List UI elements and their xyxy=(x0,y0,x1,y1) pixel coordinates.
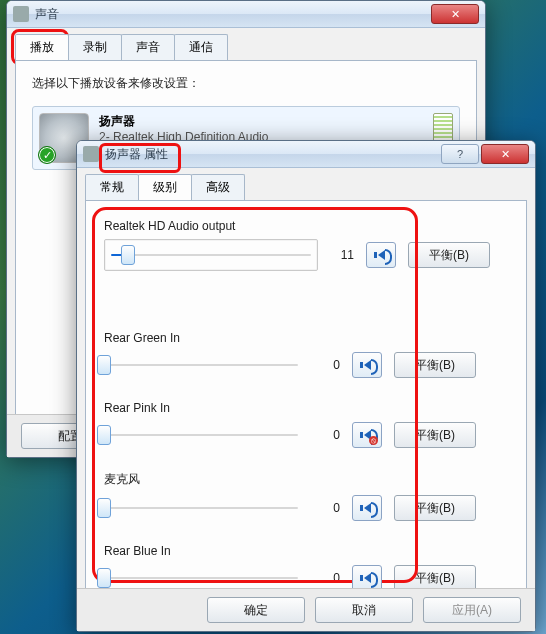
props-help-button[interactable]: ? xyxy=(441,144,479,164)
slider-thumb[interactable] xyxy=(97,568,111,588)
speaker-icon xyxy=(364,573,371,583)
slider-track xyxy=(110,577,298,579)
tab-playback[interactable]: 播放 xyxy=(15,34,69,60)
sound-instruction: 选择以下播放设备来修改设置： xyxy=(32,75,460,92)
cancel-button[interactable]: 取消 xyxy=(315,597,413,623)
channel-row: 0平衡(B) xyxy=(104,494,508,522)
tab-sounds[interactable]: 声音 xyxy=(121,34,175,60)
mute-button[interactable] xyxy=(366,242,396,268)
apply-button[interactable]: 应用(A) xyxy=(423,597,521,623)
sound-title: 声音 xyxy=(35,6,429,23)
speaker-properties-window: 扬声器 属性 ? ✕ 常规 级别 高级 Realtek HD Audio out… xyxy=(76,140,536,632)
props-button-bar: 确定 取消 应用(A) xyxy=(77,588,535,631)
slider-track xyxy=(110,434,298,436)
props-title: 扬声器 属性 xyxy=(105,146,439,163)
channel-label: Rear Pink In xyxy=(104,401,508,415)
tab-levels[interactable]: 级别 xyxy=(138,174,192,200)
speaker-icon xyxy=(378,250,385,260)
speaker-app-icon xyxy=(83,146,99,162)
slider-track xyxy=(110,364,298,366)
channel-row: 0平衡(B) xyxy=(104,351,508,379)
balance-button[interactable]: 平衡(B) xyxy=(394,495,476,521)
channel-0: Realtek HD Audio output11平衡(B) xyxy=(104,219,508,271)
props-titlebar[interactable]: 扬声器 属性 ? ✕ xyxy=(77,141,535,168)
slider-thumb[interactable] xyxy=(121,245,135,265)
volume-slider[interactable] xyxy=(104,239,318,271)
channel-2: Rear Pink In0⦸平衡(B) xyxy=(104,401,508,449)
volume-value: 0 xyxy=(316,501,340,515)
props-close-button[interactable]: ✕ xyxy=(481,144,529,164)
mute-button[interactable] xyxy=(352,495,382,521)
slider-track xyxy=(111,254,311,256)
tab-communications[interactable]: 通信 xyxy=(174,34,228,60)
sound-tabstrip: 播放 录制 声音 通信 xyxy=(15,34,477,60)
volume-value: 0 xyxy=(316,428,340,442)
muted-indicator-icon: ⦸ xyxy=(369,436,378,445)
channel-label: Rear Green In xyxy=(104,331,508,345)
speaker-icon xyxy=(364,360,371,370)
balance-button[interactable]: 平衡(B) xyxy=(394,352,476,378)
volume-slider[interactable] xyxy=(104,494,304,522)
default-check-icon: ✓ xyxy=(38,146,56,164)
volume-value: 0 xyxy=(316,571,340,585)
props-tabpanel: Realtek HD Audio output11平衡(B)Rear Green… xyxy=(85,200,527,629)
balance-button[interactable]: 平衡(B) xyxy=(408,242,490,268)
channel-1: Rear Green In0平衡(B) xyxy=(104,331,508,379)
slider-track xyxy=(110,507,298,509)
channel-row: 11平衡(B) xyxy=(104,239,508,271)
speaker-icon xyxy=(364,503,371,513)
channel-4: Rear Blue In0平衡(B) xyxy=(104,544,508,592)
tab-recording[interactable]: 录制 xyxy=(68,34,122,60)
device-name: 扬声器 xyxy=(99,113,423,130)
channel-label: 麦克风 xyxy=(104,471,508,488)
slider-thumb[interactable] xyxy=(97,498,111,518)
volume-value: 0 xyxy=(316,358,340,372)
channel-label: Rear Blue In xyxy=(104,544,508,558)
sound-titlebar[interactable]: 声音 ✕ xyxy=(7,1,485,28)
tab-general[interactable]: 常规 xyxy=(85,174,139,200)
channel-3: 麦克风0平衡(B) xyxy=(104,471,508,522)
mute-button[interactable]: ⦸ xyxy=(352,422,382,448)
tab-advanced[interactable]: 高级 xyxy=(191,174,245,200)
volume-slider[interactable] xyxy=(104,421,304,449)
slider-thumb[interactable] xyxy=(97,425,111,445)
volume-value: 11 xyxy=(330,248,354,262)
speaker-app-icon xyxy=(13,6,29,22)
channel-row: 0⦸平衡(B) xyxy=(104,421,508,449)
props-tabstrip: 常规 级别 高级 xyxy=(85,174,527,200)
volume-slider[interactable] xyxy=(104,351,304,379)
channel-label: Realtek HD Audio output xyxy=(104,219,508,233)
balance-button[interactable]: 平衡(B) xyxy=(394,422,476,448)
slider-thumb[interactable] xyxy=(97,355,111,375)
mute-button[interactable] xyxy=(352,352,382,378)
sound-close-button[interactable]: ✕ xyxy=(431,4,479,24)
ok-button[interactable]: 确定 xyxy=(207,597,305,623)
